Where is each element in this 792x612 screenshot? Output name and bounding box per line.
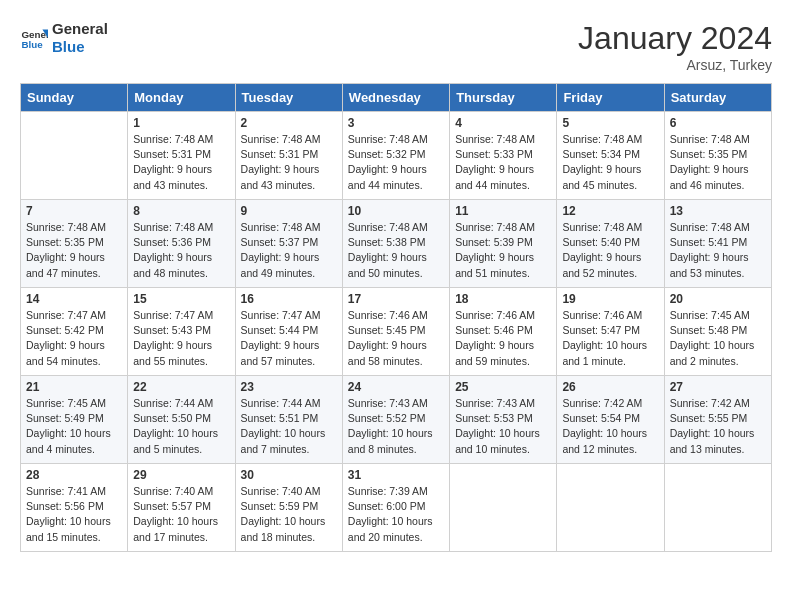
calendar-cell: 18Sunrise: 7:46 AMSunset: 5:46 PMDayligh… — [450, 288, 557, 376]
day-info: Sunrise: 7:48 AMSunset: 5:34 PMDaylight:… — [562, 132, 658, 193]
calendar-cell — [21, 112, 128, 200]
calendar-cell: 2Sunrise: 7:48 AMSunset: 5:31 PMDaylight… — [235, 112, 342, 200]
day-number: 5 — [562, 116, 658, 130]
day-info: Sunrise: 7:43 AMSunset: 5:53 PMDaylight:… — [455, 396, 551, 457]
calendar-cell: 16Sunrise: 7:47 AMSunset: 5:44 PMDayligh… — [235, 288, 342, 376]
day-number: 30 — [241, 468, 337, 482]
day-number: 7 — [26, 204, 122, 218]
day-info: Sunrise: 7:40 AMSunset: 5:59 PMDaylight:… — [241, 484, 337, 545]
day-info: Sunrise: 7:48 AMSunset: 5:40 PMDaylight:… — [562, 220, 658, 281]
day-info: Sunrise: 7:46 AMSunset: 5:45 PMDaylight:… — [348, 308, 444, 369]
day-info: Sunrise: 7:48 AMSunset: 5:37 PMDaylight:… — [241, 220, 337, 281]
calendar-cell — [557, 464, 664, 552]
day-info: Sunrise: 7:47 AMSunset: 5:42 PMDaylight:… — [26, 308, 122, 369]
column-header-monday: Monday — [128, 84, 235, 112]
calendar-cell: 14Sunrise: 7:47 AMSunset: 5:42 PMDayligh… — [21, 288, 128, 376]
day-info: Sunrise: 7:48 AMSunset: 5:33 PMDaylight:… — [455, 132, 551, 193]
logo-blue: Blue — [52, 38, 108, 56]
calendar-cell: 1Sunrise: 7:48 AMSunset: 5:31 PMDaylight… — [128, 112, 235, 200]
calendar-table: SundayMondayTuesdayWednesdayThursdayFrid… — [20, 83, 772, 552]
day-info: Sunrise: 7:40 AMSunset: 5:57 PMDaylight:… — [133, 484, 229, 545]
calendar-cell: 20Sunrise: 7:45 AMSunset: 5:48 PMDayligh… — [664, 288, 771, 376]
calendar-cell: 25Sunrise: 7:43 AMSunset: 5:53 PMDayligh… — [450, 376, 557, 464]
day-number: 3 — [348, 116, 444, 130]
day-info: Sunrise: 7:48 AMSunset: 5:35 PMDaylight:… — [670, 132, 766, 193]
day-number: 26 — [562, 380, 658, 394]
day-info: Sunrise: 7:48 AMSunset: 5:39 PMDaylight:… — [455, 220, 551, 281]
day-info: Sunrise: 7:48 AMSunset: 5:36 PMDaylight:… — [133, 220, 229, 281]
day-info: Sunrise: 7:44 AMSunset: 5:50 PMDaylight:… — [133, 396, 229, 457]
day-info: Sunrise: 7:42 AMSunset: 5:54 PMDaylight:… — [562, 396, 658, 457]
day-number: 31 — [348, 468, 444, 482]
day-number: 23 — [241, 380, 337, 394]
calendar-cell: 12Sunrise: 7:48 AMSunset: 5:40 PMDayligh… — [557, 200, 664, 288]
calendar-cell — [450, 464, 557, 552]
day-info: Sunrise: 7:48 AMSunset: 5:31 PMDaylight:… — [241, 132, 337, 193]
day-number: 29 — [133, 468, 229, 482]
calendar-cell: 23Sunrise: 7:44 AMSunset: 5:51 PMDayligh… — [235, 376, 342, 464]
week-row: 21Sunrise: 7:45 AMSunset: 5:49 PMDayligh… — [21, 376, 772, 464]
day-info: Sunrise: 7:48 AMSunset: 5:38 PMDaylight:… — [348, 220, 444, 281]
day-number: 15 — [133, 292, 229, 306]
day-number: 2 — [241, 116, 337, 130]
day-number: 17 — [348, 292, 444, 306]
day-number: 25 — [455, 380, 551, 394]
day-number: 10 — [348, 204, 444, 218]
header-row: SundayMondayTuesdayWednesdayThursdayFrid… — [21, 84, 772, 112]
title-block: January 2024 Arsuz, Turkey — [578, 20, 772, 73]
day-info: Sunrise: 7:46 AMSunset: 5:47 PMDaylight:… — [562, 308, 658, 369]
calendar-cell: 24Sunrise: 7:43 AMSunset: 5:52 PMDayligh… — [342, 376, 449, 464]
column-header-saturday: Saturday — [664, 84, 771, 112]
calendar-cell — [664, 464, 771, 552]
column-header-wednesday: Wednesday — [342, 84, 449, 112]
logo-icon: General Blue — [20, 24, 48, 52]
day-number: 6 — [670, 116, 766, 130]
day-info: Sunrise: 7:45 AMSunset: 5:49 PMDaylight:… — [26, 396, 122, 457]
calendar-cell: 3Sunrise: 7:48 AMSunset: 5:32 PMDaylight… — [342, 112, 449, 200]
day-number: 16 — [241, 292, 337, 306]
week-row: 1Sunrise: 7:48 AMSunset: 5:31 PMDaylight… — [21, 112, 772, 200]
calendar-cell: 21Sunrise: 7:45 AMSunset: 5:49 PMDayligh… — [21, 376, 128, 464]
week-row: 14Sunrise: 7:47 AMSunset: 5:42 PMDayligh… — [21, 288, 772, 376]
day-number: 11 — [455, 204, 551, 218]
day-info: Sunrise: 7:47 AMSunset: 5:44 PMDaylight:… — [241, 308, 337, 369]
calendar-cell: 8Sunrise: 7:48 AMSunset: 5:36 PMDaylight… — [128, 200, 235, 288]
calendar-cell: 29Sunrise: 7:40 AMSunset: 5:57 PMDayligh… — [128, 464, 235, 552]
day-number: 18 — [455, 292, 551, 306]
calendar-cell: 22Sunrise: 7:44 AMSunset: 5:50 PMDayligh… — [128, 376, 235, 464]
day-number: 24 — [348, 380, 444, 394]
calendar-cell: 30Sunrise: 7:40 AMSunset: 5:59 PMDayligh… — [235, 464, 342, 552]
day-number: 19 — [562, 292, 658, 306]
week-row: 28Sunrise: 7:41 AMSunset: 5:56 PMDayligh… — [21, 464, 772, 552]
calendar-cell: 9Sunrise: 7:48 AMSunset: 5:37 PMDaylight… — [235, 200, 342, 288]
day-info: Sunrise: 7:44 AMSunset: 5:51 PMDaylight:… — [241, 396, 337, 457]
calendar-cell: 5Sunrise: 7:48 AMSunset: 5:34 PMDaylight… — [557, 112, 664, 200]
day-info: Sunrise: 7:45 AMSunset: 5:48 PMDaylight:… — [670, 308, 766, 369]
day-info: Sunrise: 7:43 AMSunset: 5:52 PMDaylight:… — [348, 396, 444, 457]
location-subtitle: Arsuz, Turkey — [578, 57, 772, 73]
day-info: Sunrise: 7:48 AMSunset: 5:31 PMDaylight:… — [133, 132, 229, 193]
column-header-sunday: Sunday — [21, 84, 128, 112]
day-number: 28 — [26, 468, 122, 482]
calendar-cell: 28Sunrise: 7:41 AMSunset: 5:56 PMDayligh… — [21, 464, 128, 552]
day-info: Sunrise: 7:41 AMSunset: 5:56 PMDaylight:… — [26, 484, 122, 545]
day-number: 22 — [133, 380, 229, 394]
day-info: Sunrise: 7:46 AMSunset: 5:46 PMDaylight:… — [455, 308, 551, 369]
column-header-friday: Friday — [557, 84, 664, 112]
day-number: 4 — [455, 116, 551, 130]
svg-text:Blue: Blue — [21, 39, 43, 50]
day-number: 27 — [670, 380, 766, 394]
day-info: Sunrise: 7:39 AMSunset: 6:00 PMDaylight:… — [348, 484, 444, 545]
day-info: Sunrise: 7:42 AMSunset: 5:55 PMDaylight:… — [670, 396, 766, 457]
calendar-cell: 13Sunrise: 7:48 AMSunset: 5:41 PMDayligh… — [664, 200, 771, 288]
month-title: January 2024 — [578, 20, 772, 57]
day-number: 13 — [670, 204, 766, 218]
day-number: 8 — [133, 204, 229, 218]
day-number: 20 — [670, 292, 766, 306]
day-number: 9 — [241, 204, 337, 218]
day-number: 12 — [562, 204, 658, 218]
day-number: 21 — [26, 380, 122, 394]
calendar-cell: 26Sunrise: 7:42 AMSunset: 5:54 PMDayligh… — [557, 376, 664, 464]
calendar-cell: 4Sunrise: 7:48 AMSunset: 5:33 PMDaylight… — [450, 112, 557, 200]
day-info: Sunrise: 7:48 AMSunset: 5:32 PMDaylight:… — [348, 132, 444, 193]
